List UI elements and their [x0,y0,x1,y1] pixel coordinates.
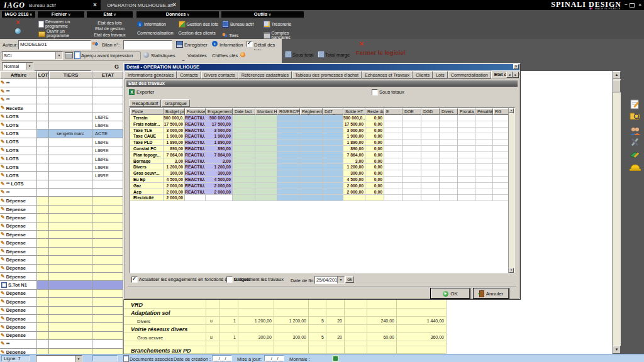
tools-icon[interactable] [629,137,641,148]
grid-row-taxe-tle[interactable]: Taxe TLE3 000,00REACTIU...3 000,003 000,… [130,128,514,134]
auteur-input[interactable]: MODELE01 [18,40,91,50]
left-table-row-d-pense[interactable]: Dépense [0,323,123,331]
left-table-row-s-tot-n1[interactable]: S.Tot N1 [0,281,123,289]
sheet-row-empty[interactable] [123,341,447,346]
folder-search-icon[interactable] [629,111,641,121]
grid-column-doe[interactable]: DOE [402,108,421,115]
tab-bureau-actif[interactable]: Bureau actif [29,3,56,8]
grid-row-divers[interactable]: Divers1 200,00REACTIU...1 200,001 200,00… [130,164,514,170]
left-table-row-d-pense[interactable]: Dépense [0,298,123,306]
sheet-row-voirie-r-seaux-divers[interactable]: Voirie réseaux divers [123,325,447,333]
information-button[interactable]: Information [219,42,243,48]
left-table-row-lots[interactable]: LOTSLIBRE [0,121,123,129]
grid-column-reste-du[interactable]: Reste du [365,108,384,115]
column-header-etat[interactable]: ETAT [92,71,123,79]
left-table-row-d-pense[interactable]: Dépense [0,307,123,315]
dialog-titlebar[interactable]: Détail - OPERATION MULHOUSE [125,64,519,70]
left-table-row-lots[interactable]: LOTSLIBRE [0,146,123,155]
grid-column-fournisseur[interactable]: Fournisseur [185,108,206,115]
tab-r-f-rences-cadastrales[interactable]: Références cadastrales [238,71,292,79]
grid-row-aep[interactable]: Aep2 000,00REACTIU...2 000,002 000,000,0… [130,189,514,195]
tab-informations-g-n-rales[interactable]: Informations générales [125,71,177,79]
left-table-row-recette[interactable]: Recette [0,104,123,112]
menu-item-information[interactable]: Information [137,21,177,28]
menu-fichier[interactable]: Fichier [38,11,84,18]
menu-item-ouvrir-un-programme[interactable]: Ouvrir un programme [38,29,84,38]
scroll-up-icon[interactable]: ▲ [613,71,621,79]
dialog-close-icon[interactable]: × [513,64,519,69]
tab-contacts[interactable]: Contacts [177,71,201,79]
menu-iago[interactable]: IAGO 2018 [2,11,35,18]
grid-row-bornage[interactable]: Bornage3,00REACTIU...3,003,000,00 [130,158,514,165]
hardhat-icon[interactable] [629,162,641,173]
menu-item-etat-des-lots[interactable]: Etat des lots [87,21,132,25]
sous-total-icon[interactable] [285,51,292,58]
menu-item-globe[interactable] [15,28,22,34]
expand-icon[interactable] [332,355,339,362]
checkbox-icon[interactable] [226,277,233,283]
subtab-r-capitulatif[interactable]: Récapitulatif [129,99,161,107]
tab-scroll-right-icon[interactable]: ► [513,72,519,78]
apercu-button[interactable]: Aperçu avant impression [81,53,133,58]
tab-lots[interactable]: Lots [433,71,448,79]
grid-scroll-up-icon[interactable]: ▲ [509,108,514,113]
tab-commercialisation[interactable]: Commercialisation [448,71,491,79]
menu-item-etat-des-travaux[interactable]: Etat des travaux [87,33,132,37]
menu-item-commercialisation[interactable]: Commercialisation [137,31,177,35]
tab-tableau-des-promesses-d-achat[interactable]: Tableau des promesses d'achat [292,71,362,79]
left-table-row-d-pense[interactable]: Dépense [0,214,123,222]
scroll-down-icon[interactable]: ▼ [613,346,621,354]
grid-row-eu-ep[interactable]: Eu Ep4 500,00REACTIU...4 500,004 500,000… [130,177,514,183]
menu-item-etat-de-gestion[interactable]: Etat de gestion [87,26,132,31]
menu-item-gestion-des-clients[interactable]: Gestion des clients [179,31,219,35]
cancel-button[interactable]: Annuler [474,288,509,299]
chiffres-cles-button[interactable]: Chiffres clés [212,53,238,58]
menu-donnees[interactable]: Données [136,11,219,18]
left-table-row-d-pense[interactable]: Dépense [0,206,123,214]
grid-column-rg-esc-pro[interactable]: RG/ESC/PRO [277,108,300,115]
restore-icon[interactable] [630,3,635,8]
close-tab-icon[interactable]: × [172,1,176,8]
grid-column-budget-pr-v[interactable]: Budget prév [164,108,185,115]
grid-row-taxe-pld[interactable]: Taxe PLD1 890,00REACTIU...1 890,001 890,… [130,140,514,146]
tab-operation-mulhouse[interactable]: OPERATION MULHOUSE.aff × [101,0,180,10]
menu-item-tr-sorerie[interactable]: Trésorerie [264,21,304,28]
grid-scroll-down-icon[interactable]: ▼ [509,268,514,273]
total-marge-label[interactable]: Total marge [325,52,350,58]
menu-item-comptes-bancaires[interactable]: Comptes bancaires [264,31,304,40]
left-table-row-lots[interactable]: ** LOTS [0,180,123,189]
users-icon[interactable] [629,126,641,137]
grid-column-date-fact[interactable]: Date fact [233,108,255,115]
grid-row-electricit[interactable]: Electricité2 000,00 [130,195,514,201]
left-table-row-lots[interactable]: LOTSLIBRE [0,172,123,180]
grid-column-e[interactable]: E [384,108,402,115]
date-ok-button[interactable]: ok [345,276,354,283]
tab-clients[interactable]: Clients [413,71,433,79]
subtab-graphique[interactable]: Graphique [162,99,190,107]
grid-column-solde-ht[interactable]: Solde HT [343,108,365,115]
grid-row-gaz[interactable]: Gaz2 000,00REACTIU...2 000,002 000,000,0… [130,183,514,189]
column-header-lot[interactable]: LOT [37,71,49,79]
menu-etat[interactable]: Etat [87,11,133,18]
grid-column-poste[interactable]: Poste [130,108,164,115]
statistiques-button[interactable]: Statistiques [151,53,175,58]
minimize-icon[interactable]: − [625,2,628,8]
sous-totaux-checkbox[interactable]: Sous totaux [372,89,404,96]
bilan-input[interactable] [123,40,172,50]
sheet-row-divers[interactable]: Diversu11 200,001 200,00520240,001 440,0… [123,317,447,325]
left-table-row-lots[interactable]: LOTSLIBRE [0,163,123,172]
checkbox-icon[interactable] [131,277,138,283]
left-table-row-d-pense[interactable]: Dépense [0,239,123,247]
left-table-row-lots[interactable]: LOTSsengelin marcACTE [0,129,123,138]
bold-button[interactable]: G [114,63,119,70]
grid-column-prorata[interactable]: Prorata [458,108,475,115]
sheet-row-adaptation-sol[interactable]: Adaptation sol [123,309,447,317]
left-table-row-item[interactable]: ** [0,79,123,87]
date-fin-select[interactable]: 25/04/2018▼ [314,276,345,284]
printer-icon[interactable] [65,52,73,58]
grid-column-engagement[interactable]: Engagement [206,108,233,115]
ok-button[interactable]: ► OK [431,288,470,299]
checkbox-icon[interactable] [372,89,378,96]
column-header-affaire[interactable]: Affaire [0,71,37,79]
menu-outils[interactable]: Outils [221,11,304,18]
